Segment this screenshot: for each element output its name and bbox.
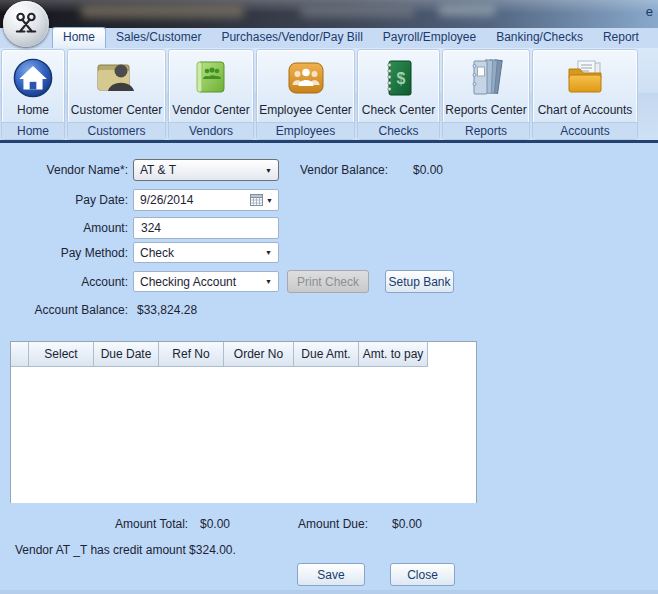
column-header-due-amt: Due Amt. (294, 342, 359, 367)
account-select[interactable]: Checking Account ▼ (133, 271, 279, 292)
column-header-amt-to-pay: Amt. to pay (359, 342, 428, 367)
ribbon-group-vendors: Vendor Center Vendors (169, 50, 253, 139)
print-check-button[interactable]: Print Check (287, 270, 369, 293)
column-header-due-date: Due Date (94, 342, 159, 367)
tab-payroll-employee[interactable]: Payroll/Employee (373, 28, 486, 48)
ribbon-group-employees: Employee Center Employees (257, 50, 354, 139)
chart-of-accounts-button[interactable]: Chart of Accounts (533, 50, 637, 122)
ribbon-button-label: Chart of Accounts (538, 103, 633, 117)
reports-center-button[interactable]: Reports Center (443, 50, 529, 122)
dropdown-arrow-icon: ▼ (265, 167, 272, 174)
window-bottom-edge (0, 590, 658, 594)
account-balance-value: $33,824.28 (137, 303, 197, 317)
pay-method-select[interactable]: Check ▼ (133, 242, 279, 263)
bills-table-header: Select Due Date Ref No Order No Due Amt.… (11, 342, 476, 367)
app-menu-button[interactable] (3, 1, 49, 47)
save-button[interactable]: Save (297, 563, 365, 586)
account-balance-label: Account Balance: (8, 303, 128, 317)
vendor-name-label: Vendor Name*: (8, 163, 128, 177)
close-button[interactable]: Close (390, 563, 455, 586)
ribbon-group-label: Vendors (169, 122, 253, 139)
pay-date-label: Pay Date: (8, 193, 128, 207)
vendor-center-button[interactable]: Vendor Center (169, 50, 253, 122)
titlebar-partial-text: e (646, 4, 653, 19)
ribbon-group-label: Reports (443, 122, 529, 139)
bills-table: Select Due Date Ref No Order No Due Amt.… (10, 341, 477, 503)
tab-report[interactable]: Report (593, 28, 649, 48)
ribbon-group-accounts: Chart of Accounts Accounts (533, 50, 637, 139)
reports-center-icon (464, 52, 508, 103)
chart-of-accounts-icon (563, 52, 607, 103)
ribbon-group-label: Accounts (533, 122, 637, 139)
vendor-balance-value: $0.00 (413, 163, 443, 177)
home-button[interactable]: Home (2, 50, 64, 122)
employee-center-icon (284, 52, 328, 103)
amount-total-label: Amount Total: (115, 517, 188, 531)
blurred-title-text (80, 5, 245, 18)
bills-table-body (11, 367, 476, 503)
ribbon-button-label: Employee Center (259, 103, 352, 117)
column-header-order-no: Order No (224, 342, 294, 367)
employee-center-button[interactable]: Employee Center (257, 50, 354, 122)
vendor-name-value: AT & T (140, 163, 176, 177)
ribbon-group-label: Customers (68, 122, 165, 139)
ribbon-group-checks: $ Check Center Checks (358, 50, 439, 139)
ribbon-group-home: Home Home (2, 50, 64, 139)
tab-sales-customer[interactable]: Sales/Customer (106, 28, 211, 48)
svg-text:$: $ (396, 70, 405, 87)
ribbon-button-label: Reports Center (445, 103, 526, 117)
check-center-icon: $ (377, 52, 421, 103)
vendor-balance-label: Vendor Balance: (300, 163, 388, 177)
customer-center-button[interactable]: Customer Center (68, 50, 165, 122)
ribbon-group-label: Employees (257, 122, 354, 139)
titlebar: e (0, 0, 658, 28)
amount-input[interactable] (133, 217, 279, 239)
amount-total-value: $0.00 (200, 517, 230, 531)
ribbon-group-label: Checks (358, 122, 439, 139)
calendar-icon[interactable] (250, 194, 263, 206)
pay-date-value: 9/26/2014 (140, 193, 193, 207)
check-center-button[interactable]: $ Check Center (358, 50, 439, 122)
pay-bill-form: Vendor Name*: AT & T ▼ Vendor Balance: $… (0, 146, 658, 594)
vendor-center-icon (189, 52, 233, 103)
dropdown-arrow-icon: ▼ (265, 249, 272, 256)
dropdown-arrow-icon[interactable]: ▼ (266, 197, 273, 204)
amount-due-label: Amount Due: (298, 517, 368, 531)
amount-due-value: $0.00 (392, 517, 422, 531)
blurred-title-text (438, 5, 496, 16)
home-icon (12, 52, 54, 103)
amount-label: Amount: (8, 221, 128, 235)
pay-method-value: Check (140, 246, 174, 260)
ribbon-group-reports: Reports Center Reports (443, 50, 529, 139)
ribbon-button-label: Vendor Center (172, 103, 249, 117)
ribbon-group-customers: Customer Center Customers (68, 50, 165, 139)
tab-import-export[interactable]: Import/Expo (649, 28, 658, 48)
setup-bank-button[interactable]: Setup Bank (385, 270, 454, 293)
customer-center-icon (95, 52, 139, 103)
credit-message: Vendor AT _T has credit amount $324.00. (15, 543, 236, 557)
app-window: e Home Sales/Customer Purchases/Vendor/P… (0, 0, 658, 594)
column-header-select: Select (29, 342, 94, 367)
tab-home[interactable]: Home (52, 27, 106, 48)
tab-purchases-vendor-pay-bill[interactable]: Purchases/Vendor/Pay Bill (211, 28, 372, 48)
ribbon-button-label: Customer Center (71, 103, 162, 117)
app-logo-icon (12, 10, 40, 38)
account-value: Checking Account (140, 275, 236, 289)
column-header-ref-no: Ref No (159, 342, 224, 367)
pay-method-label: Pay Method: (8, 246, 128, 260)
ribbon-button-label: Home (17, 103, 49, 117)
blurred-title-text (300, 6, 415, 17)
ribbon: Home Home Customer Center Customers (0, 48, 658, 143)
vendor-name-select[interactable]: AT & T ▼ (133, 159, 279, 181)
dropdown-arrow-icon: ▼ (265, 278, 272, 285)
ribbon-tabstrip: Home Sales/Customer Purchases/Vendor/Pay… (0, 28, 658, 48)
ribbon-group-label: Home (2, 122, 64, 139)
account-label: Account: (8, 275, 128, 289)
pay-date-input[interactable]: 9/26/2014 ▼ (133, 189, 279, 211)
tab-banking-checks[interactable]: Banking/Checks (486, 28, 593, 48)
column-header-blank (11, 342, 29, 367)
ribbon-button-label: Check Center (362, 103, 435, 117)
